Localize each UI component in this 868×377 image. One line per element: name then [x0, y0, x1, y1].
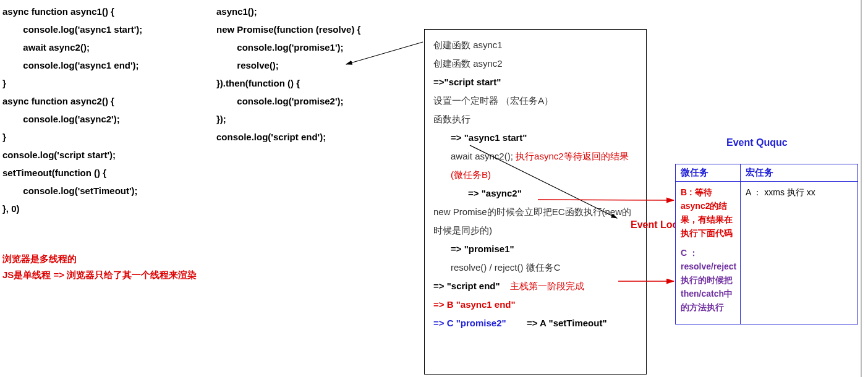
micro-task-column: B : 等待async2的结果，有结果在执行下面代码 C ： resolve/r…: [676, 182, 741, 324]
flow-line: => "script end" 主栈第一阶段完成: [433, 277, 637, 295]
flow-line: 创建函数 async2: [433, 54, 637, 73]
flow-line: => B "async1 end": [433, 295, 637, 314]
macro-a: A ： xxms 执行 xx: [746, 185, 853, 199]
execution-flow-box: 创建函数 async1 创建函数 async2 =>"script start"…: [424, 29, 647, 375]
flow-line: resolve() / reject() 微任务C: [433, 258, 637, 277]
micro-task-header: 微任务: [676, 164, 741, 181]
flow-line: await async2(); 执行async2等待返回的结果 (微任务B): [433, 147, 637, 184]
flow-line: =>"script start": [433, 73, 637, 91]
flow-line: => "async2": [433, 184, 637, 203]
browser-thread-note: 浏览器是多线程的 JS是单线程 => 浏览器只给了其一个线程来渲染: [2, 251, 197, 283]
code-block-1: async function async1() { console.log('a…: [2, 2, 213, 218]
flow-line: new Promise的时候会立即把EC函数执行(new的时候是同步的): [433, 203, 637, 240]
flow-line: => "async1 start": [433, 129, 637, 147]
micro-c-label: C ：: [681, 246, 735, 260]
macro-task-header: 宏任务: [741, 164, 778, 181]
code-block-2: async1(); new Promise(function (resolve)…: [216, 2, 420, 146]
event-queue-title: Event Ququc: [726, 137, 788, 148]
flow-line: => "promise1": [433, 240, 637, 258]
flow-line: 设置一个定时器 （宏任务A）: [433, 91, 637, 110]
flow-line: 函数执行: [433, 110, 637, 129]
flow-line: => C "promise2" => A "setTimeout": [433, 314, 637, 333]
micro-b: B : 等待async2的结果，有结果在执行下面代码: [681, 185, 735, 240]
event-queue-box: 微任务 宏任务 B : 等待async2的结果，有结果在执行下面代码 C ： r…: [675, 164, 858, 324]
micro-c-desc: resolve/reject执行的时候把then/catch中的方法执行: [681, 260, 735, 314]
macro-task-column: A ： xxms 执行 xx: [741, 182, 857, 324]
flow-line: 创建函数 async1: [433, 36, 637, 54]
